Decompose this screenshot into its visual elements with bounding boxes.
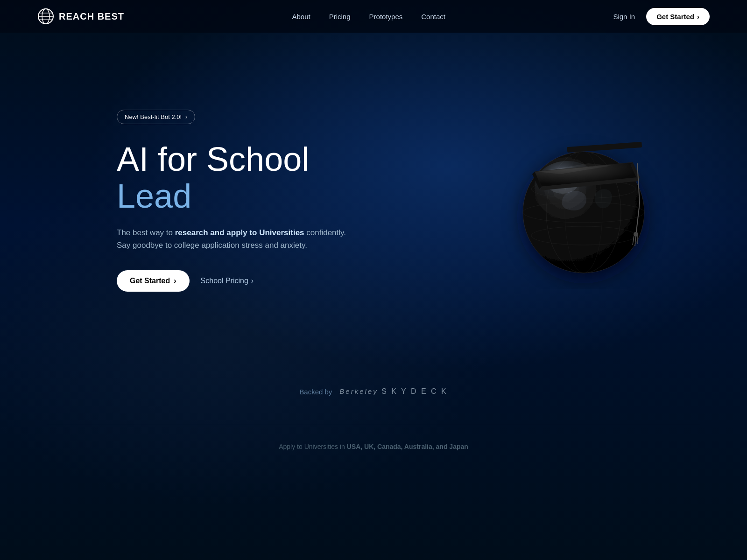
hero-title-highlight: Lead (117, 177, 191, 215)
new-badge[interactable]: New! Best-fit Bot 2.0! › (117, 110, 195, 124)
nav-links: About Pricing Prototypes Contact (292, 13, 445, 21)
subtitle-before: The best way to (117, 228, 175, 237)
backed-by-text: Backed by (299, 388, 332, 396)
subtitle-after: confidently. (304, 228, 346, 237)
logo[interactable]: REACH BEST (37, 8, 124, 25)
subtitle-line2: Say goodbye to college application stres… (117, 241, 307, 250)
footer-countries: Apply to Universities in USA, UK, Canada… (0, 424, 747, 464)
svg-point-25 (634, 232, 638, 237)
sign-in-button[interactable]: Sign In (613, 13, 635, 21)
backed-by-section: Backed by Berkeley S K Y D E C K (0, 369, 747, 424)
graduation-ball-svg (495, 112, 672, 289)
badge-label: New! Best-fit Bot 2.0! (125, 113, 182, 120)
arrow-icon: › (174, 277, 176, 285)
school-pricing-link[interactable]: School Pricing › (201, 277, 254, 285)
apply-text: Apply to Universities in (279, 443, 347, 450)
globe-icon (37, 8, 54, 25)
get-started-nav-button[interactable]: Get Started › (646, 8, 710, 25)
nav-link-about[interactable]: About (292, 13, 310, 21)
hero-subtitle: The best way to research and apply to Un… (117, 226, 369, 252)
nav-link-prototypes[interactable]: Prototypes (369, 13, 403, 21)
navbar: REACH BEST About Pricing Prototypes Cont… (0, 0, 747, 33)
arrow-icon: › (697, 13, 699, 21)
hero-title-plain: AI for School (117, 140, 309, 178)
nav-link-pricing[interactable]: Pricing (329, 13, 351, 21)
brand-name: REACH BEST (59, 11, 124, 22)
graduation-ball (495, 112, 672, 289)
nav-link-contact[interactable]: Contact (421, 13, 445, 21)
hero-buttons: Get Started › School Pricing › (117, 270, 369, 292)
hero-content: New! Best-fit Bot 2.0! › AI for School L… (117, 110, 369, 292)
hero-title: AI for School Lead (117, 141, 369, 215)
backed-by-logo: Berkeley S K Y D E C K (339, 387, 447, 396)
get-started-hero-button[interactable]: Get Started › (117, 270, 190, 292)
arrow-icon: › (251, 277, 254, 285)
hero-section: New! Best-fit Bot 2.0! › AI for School L… (0, 33, 747, 359)
subtitle-bold: research and apply to Universities (175, 228, 304, 237)
hero-visual (467, 112, 700, 289)
nav-actions: Sign In Get Started › (613, 8, 710, 25)
countries-list: USA, UK, Canada, Australia, and Japan (347, 443, 468, 450)
badge-arrow-icon: › (185, 113, 187, 120)
svg-rect-19 (567, 142, 642, 153)
